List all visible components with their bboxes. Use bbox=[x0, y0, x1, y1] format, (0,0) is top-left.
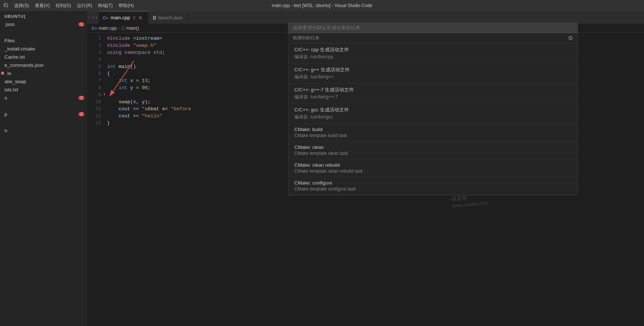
sidebar-item-install-cmake[interactable]: _install.cmake bbox=[0, 45, 87, 53]
task-title-3: C/C++: gcc 生成活动文件 bbox=[294, 107, 572, 113]
menu-terminal[interactable]: 终端(T) bbox=[98, 3, 113, 9]
breadcrumb-sep1: › bbox=[118, 26, 120, 31]
dropdown-search-bar bbox=[288, 23, 577, 33]
breadcrumb-file[interactable]: C+ bbox=[92, 26, 97, 30]
window-title: main.cpp - test [WSL: ubuntu] - Visual S… bbox=[272, 3, 372, 8]
sidebar-item-json[interactable]: .json 1 bbox=[0, 20, 87, 28]
red-dot bbox=[1, 72, 4, 75]
tab-launch-json[interactable]: {} launch.json bbox=[148, 11, 187, 24]
task-title-0: C/C++: cpp 生成活动文件 bbox=[294, 46, 572, 53]
task-sub-1: 编译器: /usr/bin/g++ bbox=[294, 74, 572, 80]
tab-close-button[interactable]: ✕ bbox=[137, 15, 143, 21]
task-item-0[interactable]: C/C++: cpp 生成活动文件 编译器: /usr/bin/cpp bbox=[288, 43, 577, 63]
menu-bar: E) 选择(S) 查看(V) 转到(G) 运行(R) 终端(T) 帮助(H) bbox=[4, 3, 134, 9]
task-title-1: C/C++: g++ 生成活动文件 bbox=[294, 66, 572, 73]
sidebar-item-ists[interactable]: ists.txt bbox=[0, 85, 87, 94]
sidebar-item-commands-json[interactable]: e_commands.json bbox=[0, 61, 87, 69]
task-title-6: CMake: clean rebuild bbox=[294, 162, 572, 168]
sidebar-item-cache[interactable]: Cache.txt bbox=[0, 53, 87, 61]
detected-tasks-label: 检测到的任务 bbox=[293, 35, 320, 41]
task-sub-0: 编译器: /usr/bin/cpp bbox=[294, 54, 572, 60]
sidebar-item-p[interactable]: p 2 bbox=[0, 110, 87, 118]
task-title-7: CMake: configure bbox=[294, 180, 572, 186]
task-title-5: CMake: clean bbox=[294, 144, 572, 150]
title-bar: E) 选择(S) 查看(V) 转到(G) 运行(R) 终端(T) 帮助(H) m… bbox=[0, 0, 644, 11]
menu-help[interactable]: 帮助(H) bbox=[119, 3, 134, 9]
main-layout: UBUNTU] .json 1 Files _install.cmake Cac… bbox=[0, 11, 644, 326]
task-item-5[interactable]: CMake: clean CMake template clean task bbox=[288, 141, 577, 159]
breadcrumb-file-label[interactable]: main.cpp bbox=[98, 26, 117, 31]
dropdown-header-row: 检测到的任务 ⚙ bbox=[288, 33, 577, 43]
task-item-1[interactable]: C/C++: g++ 生成活动文件 编译器: /usr/bin/g++ bbox=[288, 63, 577, 84]
tab-launch-json-label: launch.json bbox=[158, 15, 183, 20]
sidebar-item-empty1[interactable] bbox=[0, 28, 87, 36]
sidebar-header: UBUNTU] bbox=[0, 11, 87, 20]
task-item-7[interactable]: CMake: configure CMake template configur… bbox=[288, 177, 577, 195]
task-item-3[interactable]: C/C++: gcc 生成活动文件 编译器: /usr/bin/gcc bbox=[288, 104, 577, 124]
task-dropdown-panel[interactable]: 检测到的任务 ⚙ C/C++: cpp 生成活动文件 编译器: /usr/bin… bbox=[288, 22, 578, 195]
task-sub-2: 编译器: /usr/bin/g++-7 bbox=[294, 94, 572, 100]
menu-run[interactable]: 运行(R) bbox=[77, 3, 92, 9]
task-sub-6: CMake template clean rebuild task bbox=[294, 169, 572, 174]
cpp-icon: C+ bbox=[103, 16, 108, 20]
line-numbers: 1 2 3 4 5 6 7 8 9 10 11 12 13 bbox=[87, 33, 104, 326]
task-sub-3: 编译器: /usr/bin/gcc bbox=[294, 114, 572, 120]
task-sub-4: CMake template build task bbox=[294, 133, 572, 138]
tab-main-cpp[interactable]: C+ main.cpp 2 ✕ bbox=[98, 11, 148, 24]
task-item-6[interactable]: CMake: clean rebuild CMake template clea… bbox=[288, 159, 577, 177]
gear-icon[interactable]: ⚙ bbox=[568, 35, 573, 42]
sidebar-item-files[interactable]: Files bbox=[0, 36, 87, 45]
menu-goto[interactable]: 转到(G) bbox=[56, 3, 71, 9]
sidebar-item-n[interactable]: n bbox=[0, 126, 87, 134]
tab-overflow-button[interactable]: ··· bbox=[87, 11, 98, 24]
json-icon: {} bbox=[153, 15, 156, 20]
task-item-2[interactable]: C/C++: g++-7 生成活动文件 编译器: /usr/bin/g++-7 bbox=[288, 84, 577, 104]
sidebar-item-ake-swap[interactable]: ake_swap bbox=[0, 77, 87, 85]
task-title-2: C/C++: g++-7 生成活动文件 bbox=[294, 87, 572, 93]
task-search-input[interactable] bbox=[293, 25, 573, 30]
menu-e[interactable]: E) bbox=[4, 3, 8, 9]
tab-main-cpp-label: main.cpp bbox=[110, 15, 130, 20]
task-sub-7: CMake template configure task bbox=[294, 186, 572, 192]
sidebar: UBUNTU] .json 1 Files _install.cmake Cac… bbox=[0, 11, 87, 326]
sidebar-item-le[interactable]: le bbox=[0, 69, 87, 77]
editor-area: ··· C+ main.cpp 2 ✕ {} launch.json C+ ma… bbox=[87, 11, 644, 326]
tab-modified-badge: 2 bbox=[133, 16, 135, 20]
breadcrumb-func-icon: ⬡ bbox=[121, 26, 125, 31]
task-item-4[interactable]: CMake: build CMake template build task bbox=[288, 124, 577, 141]
breakpoint-marker bbox=[104, 93, 105, 96]
breadcrumb-func-label[interactable]: main() bbox=[126, 26, 139, 31]
task-title-4: CMake: build bbox=[294, 127, 572, 132]
menu-select[interactable]: 选择(S) bbox=[14, 3, 29, 9]
sidebar-item-o[interactable]: o 2 bbox=[0, 94, 87, 102]
menu-view[interactable]: 查看(V) bbox=[35, 3, 50, 9]
sidebar-item-empty3[interactable] bbox=[0, 118, 87, 126]
sidebar-item-empty2[interactable] bbox=[0, 102, 87, 110]
task-sub-5: CMake template clean task bbox=[294, 151, 572, 156]
